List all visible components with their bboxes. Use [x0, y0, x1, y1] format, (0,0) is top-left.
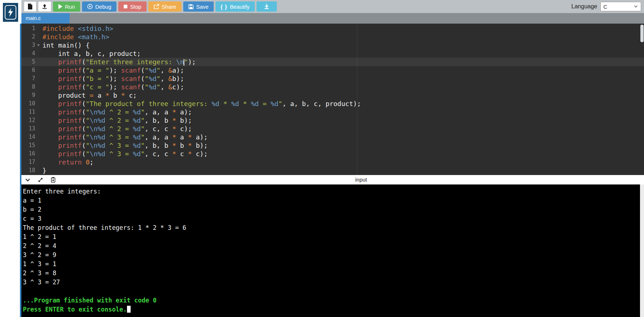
code-line[interactable]: #include <math.h>	[40, 33, 644, 41]
console-output-line: Enter three integers:	[23, 187, 639, 196]
console-output-line: a = 1	[23, 196, 639, 205]
code-line[interactable]: }	[40, 166, 644, 175]
console-output-line: b = 2	[23, 205, 639, 214]
line-number: 18	[21, 166, 40, 175]
code-line[interactable]: printf("b = "); scanf("%d", &b);	[40, 74, 644, 83]
debug-label: Debug	[95, 4, 111, 10]
code-editor[interactable]: 123456789101112131415161718 #include <st…	[21, 24, 644, 175]
line-number: 1	[21, 24, 40, 33]
beautify-label: Beautify	[230, 4, 250, 10]
code-line[interactable]: printf("a = "); scanf("%d", &a);	[40, 66, 644, 74]
run-label: Run	[65, 4, 75, 10]
console-input-label: input	[355, 175, 367, 184]
share-icon	[153, 4, 159, 9]
download-icon	[264, 4, 270, 9]
code-line[interactable]: printf("Enter three integers: \n");	[40, 58, 644, 66]
console-collapse-icon[interactable]	[25, 177, 30, 183]
tab-main-c[interactable]: main.c	[21, 13, 70, 24]
code-line[interactable]: printf("\n%d ^ 3 = %d", a, a * a * a);	[40, 133, 644, 141]
language-select[interactable]: C	[600, 2, 641, 11]
console-output-line	[23, 287, 639, 296]
code-line[interactable]: printf("c = "); scanf("%d", &c);	[40, 83, 644, 91]
editor-scrollbar[interactable]	[640, 25, 644, 42]
beautify-button[interactable]: { } Beautify	[216, 1, 255, 12]
console-toolbar: input	[21, 175, 644, 184]
console-output-line: 2 ^ 2 = 4	[23, 241, 639, 251]
code-line[interactable]: printf("\n%d ^ 2 = %d", a, a * a);	[40, 108, 644, 116]
code-line[interactable]: return 0;	[40, 158, 644, 166]
brand-logo[interactable]	[3, 3, 18, 22]
line-number: 3	[21, 41, 40, 49]
line-number: 15	[21, 141, 40, 150]
code-line[interactable]: printf("\n%d ^ 3 = %d", c, c * c * c);	[40, 150, 644, 158]
onlinegdb-app: { "theme": { "toolbar_bg": "#bcc1c5", "t…	[0, 0, 644, 317]
console-fullscreen-icon[interactable]	[38, 177, 43, 183]
new-file-button[interactable]	[24, 1, 36, 12]
code-line[interactable]: printf("\n%d ^ 3 = %d", b, b * b * b);	[40, 141, 644, 150]
console-output[interactable]: Enter three integers: a = 1b = 2c = 3The…	[21, 184, 644, 317]
floppy-icon	[188, 4, 194, 9]
run-button[interactable]: Run	[53, 1, 80, 12]
line-number: 16	[21, 150, 40, 158]
console-output-line: The product of three integers: 1 * 2 * 3…	[23, 223, 639, 232]
console-status-line: Press ENTER to exit console.	[23, 305, 639, 314]
line-number: 4	[21, 49, 40, 58]
code-line[interactable]: printf("The product of three integers: %…	[40, 99, 644, 108]
code-line[interactable]: int main() {	[40, 41, 644, 49]
play-icon	[58, 4, 62, 9]
stop-square-icon	[123, 4, 128, 9]
upload-button[interactable]	[38, 1, 51, 12]
save-button[interactable]: Save	[183, 1, 214, 12]
code-line[interactable]: int a, b, c, product;	[40, 49, 644, 58]
line-number: 11	[21, 108, 40, 116]
language-label: Language	[571, 3, 597, 10]
line-number: 8	[21, 83, 40, 91]
download-button[interactable]	[257, 1, 277, 12]
line-number: 12	[21, 116, 40, 125]
left-rail	[0, 0, 21, 317]
code-line[interactable]: printf("\n%d ^ 2 = %d", b, b * b);	[40, 116, 644, 125]
line-number: 14	[21, 133, 40, 141]
line-number: 2	[21, 33, 40, 41]
new-file-icon	[28, 4, 33, 9]
share-label: Share	[162, 4, 176, 10]
code-pane[interactable]: #include <stdio.h>#include <math.h>int m…	[40, 24, 644, 175]
language-value: C	[603, 4, 607, 10]
stop-button[interactable]: Stop	[118, 1, 147, 12]
language-control: Language C	[571, 1, 641, 12]
line-number: 5	[21, 58, 40, 66]
console-status-line: ...Program finished with exit code 0	[23, 296, 639, 305]
code-line[interactable]: #include <stdio.h>	[40, 24, 644, 33]
circle-play-icon	[87, 4, 93, 9]
line-number: 10	[21, 99, 40, 108]
console-output-line: 3 ^ 3 = 27	[23, 278, 639, 287]
line-number: 7	[21, 74, 40, 83]
line-number: 9	[21, 91, 40, 99]
save-label: Save	[196, 4, 209, 10]
console-output-line: 3 ^ 2 = 9	[23, 251, 639, 260]
lightning-bolt-icon	[5, 5, 16, 20]
console-output-line: c = 3	[23, 214, 639, 223]
upload-icon	[42, 4, 48, 9]
editor-gutter: 123456789101112131415161718	[21, 24, 40, 175]
line-number: 17	[21, 158, 40, 166]
code-line[interactable]: product = a * b * c;	[40, 91, 644, 99]
console-scrollbar[interactable]	[640, 184, 644, 317]
chevron-down-icon	[633, 4, 638, 10]
toolbar: Run Debug Stop Share Save { } Beautify L…	[21, 0, 644, 13]
stop-label: Stop	[130, 4, 141, 10]
debug-button[interactable]: Debug	[82, 1, 116, 12]
line-number: 6	[21, 66, 40, 74]
share-button[interactable]: Share	[148, 1, 181, 12]
tab-bar: main.c	[21, 13, 644, 24]
code-line[interactable]: printf("\n%d ^ 2 = %d", c, c * c);	[40, 125, 644, 133]
line-number: 13	[21, 125, 40, 133]
console-output-line: 1 ^ 3 = 1	[23, 260, 639, 269]
console-output-line: 2 ^ 3 = 8	[23, 269, 639, 278]
console-paste-icon[interactable]	[50, 177, 56, 183]
console-cursor	[127, 306, 131, 313]
console-output-line: 1 ^ 2 = 1	[23, 232, 639, 241]
braces-icon: { }	[221, 4, 227, 10]
